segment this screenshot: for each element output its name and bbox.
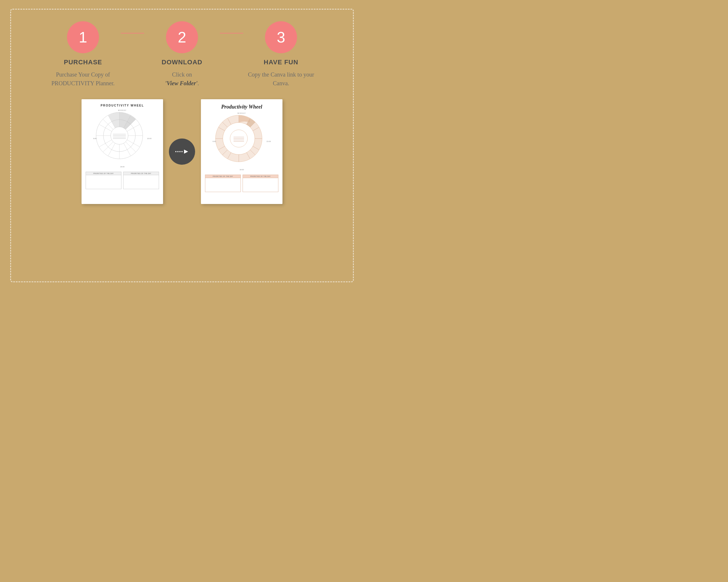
connector-line-2	[220, 33, 243, 33]
wheel-area-left: MIDDAY 9:00 15:00 18:00	[93, 109, 151, 168]
step-1: 1 PURCHASE Purchase Your Copy of PRODUCT…	[45, 21, 121, 88]
arrow-icon	[175, 147, 189, 156]
wheel-svg-left	[93, 109, 146, 162]
main-container: 1 PURCHASE Purchase Your Copy of PRODUCT…	[10, 9, 354, 282]
svg-line-17	[108, 143, 115, 156]
svg-line-18	[124, 143, 130, 156]
doc-right-title: Productivity Wheel	[221, 104, 262, 110]
step-2-circle: 2	[166, 21, 198, 53]
step-3-circle: 3	[265, 21, 297, 53]
svg-line-9	[103, 142, 113, 152]
step-2: 2 DOWNLOAD Click on'View Folder'.	[144, 21, 220, 88]
svg-line-13	[99, 124, 112, 132]
time-bottom-label-right: 18:00	[239, 169, 244, 170]
doc-left: PRODUCTIVITY WHEEL MIDDAY 9:00 15:00 18:…	[81, 99, 163, 204]
svg-line-15	[99, 140, 112, 147]
priority-header-pink-1: PRIORITIES OF THE DAY	[205, 175, 240, 178]
midday-label-left: MIDDAY	[118, 109, 127, 111]
connector-1-2	[121, 21, 144, 33]
priority-box-2: PRIORITIES OF THE DAY	[123, 172, 159, 189]
svg-point-24	[177, 151, 179, 152]
time-left-label: 9:00	[93, 138, 97, 139]
priorities-left: PRIORITIES OF THE DAY PRIORITIES OF THE …	[86, 172, 159, 189]
step-2-title: DOWNLOAD	[162, 58, 202, 66]
step-3: 3 HAVE FUN Copy the Canva link to your C…	[243, 21, 319, 88]
steps-row: 1 PURCHASE Purchase Your Copy of PRODUCT…	[29, 21, 335, 88]
time-bottom-label: 18:00	[120, 166, 124, 168]
doc-right: Productivity Wheel MIDDAY 9:00 15:00 18:…	[201, 99, 283, 204]
priority-box-1: PRIORITIES OF THE DAY	[86, 172, 122, 189]
priority-header-2: PRIORITIES OF THE DAY	[124, 172, 159, 175]
arrow-circle	[169, 139, 195, 165]
svg-point-25	[179, 151, 181, 152]
time-right-label: 15:00	[147, 138, 151, 139]
priority-box-pink-1: PRIORITIES OF THE DAY	[205, 175, 241, 192]
svg-line-16	[127, 140, 139, 147]
time-left-label-right: 9:00	[213, 141, 216, 142]
svg-line-10	[126, 142, 136, 152]
docs-row: PRODUCTIVITY WHEEL MIDDAY 9:00 15:00 18:…	[29, 99, 335, 204]
connector-2-3	[220, 21, 243, 33]
time-right-label-right: 15:00	[266, 141, 271, 142]
step-1-title: PURCHASE	[64, 58, 102, 66]
wheel-svg-right	[213, 112, 265, 165]
doc-left-title: PRODUCTIVITY WHEEL	[101, 104, 144, 107]
svg-point-23	[175, 151, 177, 152]
step-1-circle: 1	[67, 21, 99, 53]
priorities-right: PRIORITIES OF THE DAY PRIORITIES OF THE …	[205, 175, 278, 192]
step-2-desc: Click on'View Folder'.	[165, 70, 199, 88]
step-3-title: HAVE FUN	[264, 58, 298, 66]
midday-label-right: MIDDAY	[238, 112, 246, 114]
connector-line	[121, 33, 144, 33]
svg-marker-27	[184, 149, 188, 154]
svg-point-26	[181, 151, 183, 152]
step-3-desc: Copy the Canva link to your Canva.	[243, 70, 319, 88]
step-1-desc: Purchase Your Copy of PRODUCTIVITY Plann…	[45, 70, 121, 88]
wheel-area-right: MIDDAY 9:00 15:00 18:00	[213, 112, 271, 170]
priority-box-pink-2: PRIORITIES OF THE DAY	[242, 175, 278, 192]
priority-header-1: PRIORITIES OF THE DAY	[86, 172, 121, 175]
priority-header-pink-2: PRIORITIES OF THE DAY	[243, 175, 278, 178]
